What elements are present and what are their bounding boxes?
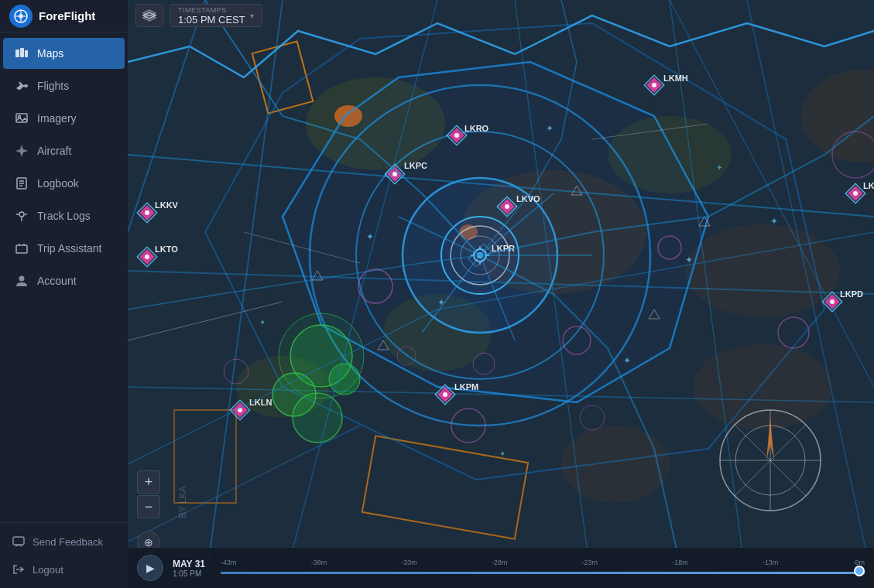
trip-assistant-icon <box>14 241 29 256</box>
sidebar-item-trip-assistant[interactable]: Trip Assistant <box>3 233 125 264</box>
sidebar-item-imagery[interactable]: Imagery <box>3 103 125 134</box>
timeline-date: MAY 31 1:05 PM <box>173 559 211 578</box>
timestamp-dropdown-icon: ▾ <box>250 12 254 20</box>
sidebar-item-maps[interactable]: Maps <box>3 38 125 69</box>
timeline-progress <box>221 572 865 574</box>
svg-text:LKHK: LKHK <box>863 181 874 190</box>
timestamp-button[interactable]: TIMESTAMPS 1:05 PM CEST ▾ <box>170 4 262 27</box>
timeline-label-1: -38m <box>311 559 327 566</box>
svg-text:LKKV: LKKV <box>155 200 179 210</box>
sidebar-item-trip-assistant-label: Trip Assistant <box>37 242 102 255</box>
sidebar-item-account[interactable]: Account <box>3 265 125 296</box>
svg-point-117 <box>830 299 835 304</box>
svg-text:LKPC: LKPC <box>404 161 427 170</box>
sidebar-item-flights-label: Flights <box>37 80 69 92</box>
logout-icon <box>11 562 26 577</box>
map-canvas[interactable]: LKPR LKRO LKMH LKPC <box>128 0 874 588</box>
svg-point-101 <box>145 210 149 215</box>
svg-text:LKTO: LKTO <box>155 244 178 254</box>
timeline-label-4: -23m <box>582 559 598 566</box>
svg-point-1 <box>19 14 23 19</box>
sidebar-item-aircraft[interactable]: Aircraft <box>3 135 125 166</box>
aircraft-icon <box>14 143 29 159</box>
svg-rect-11 <box>13 537 24 545</box>
svg-text:LKMH: LKMH <box>663 74 688 83</box>
svg-point-93 <box>505 204 509 209</box>
layers-button[interactable] <box>135 4 163 27</box>
timeline-labels: -43m -38m -33m -28m -23m -18m -13m -8m <box>221 559 865 566</box>
svg-point-16 <box>685 224 840 317</box>
sidebar-item-flights[interactable]: Flights <box>3 70 125 101</box>
svg-text:LKPD: LKPD <box>840 289 863 299</box>
sidebar-item-logbook-label: Logbook <box>37 177 79 190</box>
tracklogs-icon <box>14 208 29 224</box>
svg-point-60 <box>329 364 360 395</box>
svg-rect-5 <box>16 114 27 122</box>
svg-point-59 <box>293 393 342 443</box>
sidebar-item-tracklogs-label: Track Logs <box>37 210 91 222</box>
app-name: ForeFlight <box>39 9 95 22</box>
timestamp-section-label: TIMESTAMPS <box>178 6 227 14</box>
svg-text:✦: ✦ <box>259 318 266 326</box>
svg-text:✦: ✦ <box>499 450 506 458</box>
timeline-time: 1:05 PM <box>173 569 211 578</box>
svg-point-97 <box>853 191 858 196</box>
nav-items: Maps Flights Imagery <box>0 32 128 522</box>
send-feedback-button[interactable]: Send Feedback <box>0 528 128 556</box>
timestamp-value: 1:05 PM CEST <box>178 14 245 26</box>
logout-label: Logout <box>33 564 63 576</box>
sidebar-item-logbook[interactable]: Logbook <box>3 168 125 199</box>
svg-rect-9 <box>16 245 27 253</box>
svg-text:LKRO: LKRO <box>464 124 489 133</box>
timeline-label-3: -28m <box>492 559 508 566</box>
svg-text:✦: ✦ <box>437 297 445 308</box>
svg-text:✦: ✦ <box>716 163 722 172</box>
flights-icon <box>14 78 29 94</box>
sidebar-item-tracklogs[interactable]: Track Logs <box>3 200 125 231</box>
maps-icon <box>14 46 29 61</box>
svg-point-21 <box>561 426 670 503</box>
svg-text:BY LKA: BY LKA <box>177 486 188 518</box>
svg-text:✦: ✦ <box>685 255 693 265</box>
svg-point-8 <box>19 212 24 217</box>
imagery-icon <box>14 111 29 126</box>
account-icon <box>14 273 29 289</box>
svg-point-85 <box>652 83 656 87</box>
timeline-date-main: MAY 31 <box>173 559 211 569</box>
svg-point-81 <box>454 133 459 138</box>
svg-point-18 <box>693 344 832 429</box>
svg-point-89 <box>392 172 397 176</box>
svg-rect-2 <box>15 50 19 57</box>
zoom-controls: + − <box>137 470 160 518</box>
logout-button[interactable]: Logout <box>0 556 128 583</box>
svg-text:✦: ✦ <box>366 231 374 242</box>
svg-rect-3 <box>20 48 24 57</box>
play-button[interactable]: ▶ <box>137 555 163 581</box>
sidebar-item-imagery-label: Imagery <box>37 112 77 125</box>
svg-text:LKPM: LKPM <box>454 382 478 391</box>
svg-point-113 <box>443 392 447 397</box>
timeline-bar: ▶ MAY 31 1:05 PM -43m -38m -33m -28m -23… <box>128 548 874 588</box>
svg-text:✦: ✦ <box>546 123 554 134</box>
map-svg: LKPR LKRO LKMH LKPC <box>128 0 874 588</box>
zoom-in-button[interactable]: + <box>137 470 160 494</box>
top-toolbar: TIMESTAMPS 1:05 PM CEST ▾ <box>128 0 874 31</box>
timeline-label-6: -13m <box>763 559 779 566</box>
bottom-nav: Send Feedback Logout <box>0 522 128 588</box>
logbook-icon <box>14 176 29 191</box>
zoom-out-button[interactable]: − <box>137 495 160 518</box>
svg-point-10 <box>19 276 25 282</box>
svg-rect-4 <box>25 50 28 57</box>
timeline-track[interactable]: -43m -38m -33m -28m -23m -18m -13m -8m <box>221 559 865 577</box>
svg-text:✦: ✦ <box>770 216 778 227</box>
sidebar-item-maps-label: Maps <box>37 47 63 60</box>
main-content: TIMESTAMPS 1:05 PM CEST ▾ <box>128 0 874 588</box>
timeline-label-0: -43m <box>221 559 237 566</box>
app-logo-icon <box>9 5 33 28</box>
sidebar: ForeFlight Maps Flights <box>0 0 128 588</box>
feedback-label: Send Feedback <box>33 536 103 548</box>
timeline-label-5: -18m <box>672 559 688 566</box>
timeline-thumb[interactable] <box>854 566 865 576</box>
sidebar-item-aircraft-label: Aircraft <box>37 145 71 157</box>
feedback-icon <box>11 534 26 549</box>
